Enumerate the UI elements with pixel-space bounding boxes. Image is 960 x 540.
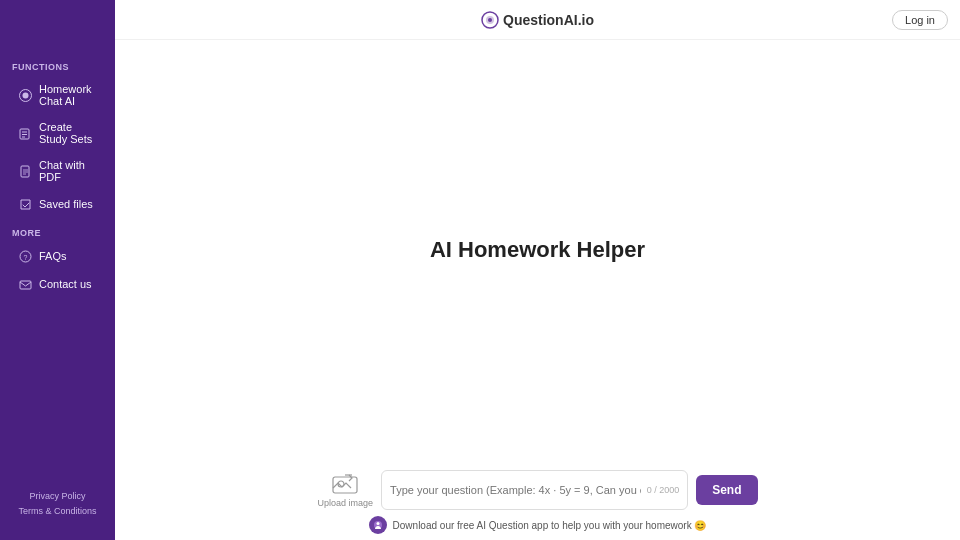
sidebar-item-chat-with-pdf[interactable]: Chat with PDF — [6, 153, 109, 189]
faqs-icon: ? — [18, 249, 32, 263]
main-content: QuestionAI.io Log in AI Homework Helper … — [115, 0, 960, 540]
sidebar: FUNCTIONS Homework Chat AI Create Study … — [0, 0, 115, 540]
upload-label: Upload image — [318, 498, 374, 508]
svg-point-15 — [488, 18, 492, 22]
question-input-wrapper: 0 / 2000 — [381, 470, 688, 510]
upload-icon — [331, 473, 359, 495]
svg-point-1 — [22, 92, 28, 98]
page-title: AI Homework Helper — [430, 237, 645, 263]
saved-files-icon — [18, 197, 32, 211]
login-button[interactable]: Log in — [892, 10, 948, 30]
functions-section-label: FUNCTIONS — [0, 52, 115, 76]
sidebar-item-create-study-sets-label: Create Study Sets — [39, 121, 97, 145]
privacy-policy-link[interactable]: Privacy Policy — [29, 491, 85, 501]
study-sets-icon — [18, 126, 32, 140]
svg-rect-12 — [20, 281, 31, 289]
sidebar-footer: Privacy Policy Terms & Conditions — [0, 479, 115, 528]
input-row: Upload image 0 / 2000 Send — [318, 470, 758, 510]
download-bar: Download our free AI Question app to hel… — [369, 516, 707, 534]
contact-icon — [18, 277, 32, 291]
pdf-icon — [18, 164, 32, 178]
logo-icon — [481, 11, 499, 29]
sidebar-item-contact-us[interactable]: Contact us — [6, 271, 109, 297]
sidebar-item-saved-files-label: Saved files — [39, 198, 93, 210]
svg-point-20 — [376, 522, 379, 525]
bottom-area: Upload image 0 / 2000 Send Download our … — [115, 460, 960, 540]
sidebar-item-contact-label: Contact us — [39, 278, 92, 290]
download-bar-text: Download our free AI Question app to hel… — [393, 520, 707, 531]
header: QuestionAI.io Log in — [115, 0, 960, 40]
svg-rect-6 — [21, 166, 29, 177]
more-section-label: MORE — [0, 218, 115, 242]
app-avatar-icon — [369, 516, 387, 534]
char-count: 0 / 2000 — [647, 485, 680, 495]
svg-text:?: ? — [23, 253, 27, 260]
sidebar-item-saved-files[interactable]: Saved files — [6, 191, 109, 217]
sidebar-item-create-study-sets[interactable]: Create Study Sets — [6, 115, 109, 151]
upload-image-button[interactable]: Upload image — [318, 473, 374, 508]
terms-conditions-link[interactable]: Terms & Conditions — [18, 506, 96, 516]
send-button[interactable]: Send — [696, 475, 757, 505]
sidebar-item-chat-pdf-label: Chat with PDF — [39, 159, 97, 183]
sidebar-item-homework-chat-label: Homework Chat AI — [39, 83, 97, 107]
logo: QuestionAI.io — [481, 11, 594, 29]
content-area: AI Homework Helper — [115, 40, 960, 460]
logo-text: QuestionAI.io — [503, 12, 594, 28]
question-input[interactable] — [390, 484, 641, 496]
sidebar-item-faqs-label: FAQs — [39, 250, 67, 262]
sidebar-item-faqs[interactable]: ? FAQs — [6, 243, 109, 269]
homework-chat-icon — [18, 88, 32, 102]
sidebar-item-homework-chat-ai[interactable]: Homework Chat AI — [6, 77, 109, 113]
